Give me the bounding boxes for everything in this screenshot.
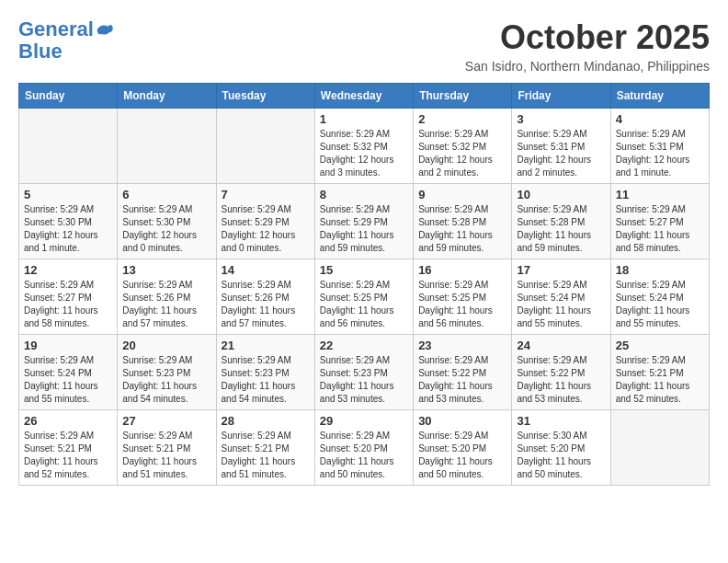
calendar-day-cell: 10Sunrise: 5:29 AMSunset: 5:28 PMDayligh… — [512, 184, 610, 259]
weekday-header-cell: Tuesday — [216, 84, 314, 109]
day-number: 14 — [222, 263, 310, 277]
day-info: Sunrise: 5:29 AMSunset: 5:27 PMDaylight:… — [24, 279, 112, 330]
calendar-day-cell: 19Sunrise: 5:29 AMSunset: 5:24 PMDayligh… — [19, 335, 118, 410]
day-number: 28 — [222, 414, 310, 428]
day-number: 25 — [616, 339, 704, 352]
day-info: Sunrise: 5:29 AMSunset: 5:23 PMDaylight:… — [320, 354, 408, 406]
day-number: 22 — [320, 339, 408, 352]
day-number: 17 — [517, 263, 605, 277]
weekday-header-cell: Friday — [512, 84, 610, 109]
calendar-day-cell — [216, 109, 314, 184]
calendar-week-row: 5Sunrise: 5:29 AMSunset: 5:30 PMDaylight… — [19, 184, 710, 259]
calendar-day-cell: 1Sunrise: 5:29 AMSunset: 5:32 PMDaylight… — [314, 109, 413, 184]
day-number: 29 — [320, 414, 408, 428]
day-info: Sunrise: 5:29 AMSunset: 5:24 PMDaylight:… — [24, 354, 112, 406]
day-number: 18 — [616, 263, 704, 277]
day-info: Sunrise: 5:29 AMSunset: 5:28 PMDaylight:… — [418, 203, 506, 255]
logo-line1: General — [18, 17, 94, 40]
calendar-day-cell: 7Sunrise: 5:29 AMSunset: 5:29 PMDaylight… — [216, 184, 314, 259]
calendar-day-cell: 17Sunrise: 5:29 AMSunset: 5:24 PMDayligh… — [512, 259, 610, 335]
day-number: 2 — [418, 112, 506, 126]
calendar-day-cell: 30Sunrise: 5:29 AMSunset: 5:20 PMDayligh… — [414, 410, 512, 486]
calendar-day-cell: 16Sunrise: 5:29 AMSunset: 5:25 PMDayligh… — [414, 259, 512, 335]
weekday-header-cell: Sunday — [19, 84, 118, 109]
calendar-day-cell: 13Sunrise: 5:29 AMSunset: 5:26 PMDayligh… — [118, 259, 216, 335]
weekday-header-cell: Saturday — [610, 84, 709, 109]
title-section: October 2025 San Isidro, Northern Mindan… — [465, 18, 710, 74]
day-number: 6 — [122, 188, 210, 201]
day-info: Sunrise: 5:29 AMSunset: 5:28 PMDaylight:… — [517, 203, 605, 255]
day-info: Sunrise: 5:29 AMSunset: 5:21 PMDaylight:… — [24, 430, 112, 481]
calendar-day-cell: 22Sunrise: 5:29 AMSunset: 5:23 PMDayligh… — [314, 335, 413, 410]
calendar-day-cell: 23Sunrise: 5:29 AMSunset: 5:22 PMDayligh… — [414, 335, 512, 410]
calendar-day-cell: 9Sunrise: 5:29 AMSunset: 5:28 PMDaylight… — [414, 184, 512, 259]
day-info: Sunrise: 5:29 AMSunset: 5:32 PMDaylight:… — [418, 128, 506, 179]
day-info: Sunrise: 5:29 AMSunset: 5:29 PMDaylight:… — [320, 203, 408, 255]
day-number: 16 — [418, 263, 506, 277]
day-number: 13 — [122, 263, 210, 277]
day-number: 20 — [122, 339, 210, 352]
calendar-day-cell: 5Sunrise: 5:29 AMSunset: 5:30 PMDaylight… — [19, 184, 118, 259]
logo: General Blue — [18, 18, 114, 63]
day-info: Sunrise: 5:29 AMSunset: 5:24 PMDaylight:… — [517, 279, 605, 330]
day-number: 15 — [320, 263, 408, 277]
day-info: Sunrise: 5:29 AMSunset: 5:29 PMDaylight:… — [222, 203, 310, 255]
day-info: Sunrise: 5:29 AMSunset: 5:26 PMDaylight:… — [222, 279, 310, 330]
calendar-body: 1Sunrise: 5:29 AMSunset: 5:32 PMDaylight… — [19, 109, 710, 486]
day-info: Sunrise: 5:29 AMSunset: 5:30 PMDaylight:… — [122, 203, 210, 255]
calendar-day-cell: 25Sunrise: 5:29 AMSunset: 5:21 PMDayligh… — [610, 335, 709, 410]
day-info: Sunrise: 5:29 AMSunset: 5:25 PMDaylight:… — [320, 279, 408, 330]
calendar-day-cell: 2Sunrise: 5:29 AMSunset: 5:32 PMDaylight… — [414, 109, 512, 184]
calendar-day-cell: 8Sunrise: 5:29 AMSunset: 5:29 PMDaylight… — [314, 184, 413, 259]
day-info: Sunrise: 5:29 AMSunset: 5:31 PMDaylight:… — [517, 128, 605, 179]
calendar-day-cell: 11Sunrise: 5:29 AMSunset: 5:27 PMDayligh… — [610, 184, 709, 259]
day-info: Sunrise: 5:30 AMSunset: 5:20 PMDaylight:… — [517, 430, 605, 481]
day-number: 4 — [616, 112, 704, 126]
day-number: 8 — [320, 188, 408, 201]
calendar-day-cell: 21Sunrise: 5:29 AMSunset: 5:23 PMDayligh… — [216, 335, 314, 410]
calendar-day-cell: 24Sunrise: 5:29 AMSunset: 5:22 PMDayligh… — [512, 335, 610, 410]
day-info: Sunrise: 5:29 AMSunset: 5:21 PMDaylight:… — [616, 354, 704, 406]
day-number: 3 — [517, 112, 605, 126]
calendar-week-row: 26Sunrise: 5:29 AMSunset: 5:21 PMDayligh… — [19, 410, 710, 486]
day-number: 1 — [320, 112, 408, 126]
calendar-table: SundayMondayTuesdayWednesdayThursdayFrid… — [18, 83, 710, 486]
day-info: Sunrise: 5:29 AMSunset: 5:25 PMDaylight:… — [418, 279, 506, 330]
day-number: 10 — [517, 188, 605, 201]
day-number: 5 — [24, 188, 112, 201]
day-number: 31 — [517, 414, 605, 428]
calendar-day-cell: 4Sunrise: 5:29 AMSunset: 5:31 PMDaylight… — [610, 109, 709, 184]
page-header: General Blue October 2025 San Isidro, No… — [18, 18, 710, 74]
calendar-day-cell: 18Sunrise: 5:29 AMSunset: 5:24 PMDayligh… — [610, 259, 709, 335]
day-info: Sunrise: 5:29 AMSunset: 5:20 PMDaylight:… — [320, 430, 408, 481]
calendar-day-cell: 26Sunrise: 5:29 AMSunset: 5:21 PMDayligh… — [19, 410, 118, 486]
day-number: 30 — [418, 414, 506, 428]
day-info: Sunrise: 5:29 AMSunset: 5:20 PMDaylight:… — [418, 430, 506, 481]
calendar-day-cell: 15Sunrise: 5:29 AMSunset: 5:25 PMDayligh… — [314, 259, 413, 335]
day-number: 23 — [418, 339, 506, 352]
day-number: 7 — [222, 188, 310, 201]
calendar-day-cell: 31Sunrise: 5:30 AMSunset: 5:20 PMDayligh… — [512, 410, 610, 486]
day-info: Sunrise: 5:29 AMSunset: 5:30 PMDaylight:… — [24, 203, 112, 255]
calendar-day-cell: 6Sunrise: 5:29 AMSunset: 5:30 PMDaylight… — [118, 184, 216, 259]
day-info: Sunrise: 5:29 AMSunset: 5:21 PMDaylight:… — [222, 430, 310, 481]
day-info: Sunrise: 5:29 AMSunset: 5:24 PMDaylight:… — [616, 279, 704, 330]
day-info: Sunrise: 5:29 AMSunset: 5:23 PMDaylight:… — [222, 354, 310, 406]
weekday-header-row: SundayMondayTuesdayWednesdayThursdayFrid… — [19, 84, 710, 109]
day-info: Sunrise: 5:29 AMSunset: 5:26 PMDaylight:… — [122, 279, 210, 330]
location-title: San Isidro, Northern Mindanao, Philippin… — [465, 59, 710, 74]
day-info: Sunrise: 5:29 AMSunset: 5:27 PMDaylight:… — [616, 203, 704, 255]
calendar-day-cell: 28Sunrise: 5:29 AMSunset: 5:21 PMDayligh… — [216, 410, 314, 486]
calendar-day-cell: 3Sunrise: 5:29 AMSunset: 5:31 PMDaylight… — [512, 109, 610, 184]
day-info: Sunrise: 5:29 AMSunset: 5:22 PMDaylight:… — [517, 354, 605, 406]
day-info: Sunrise: 5:29 AMSunset: 5:21 PMDaylight:… — [122, 430, 210, 481]
day-number: 11 — [616, 188, 704, 201]
day-info: Sunrise: 5:29 AMSunset: 5:31 PMDaylight:… — [616, 128, 704, 179]
day-number: 12 — [24, 263, 112, 277]
calendar-day-cell — [118, 109, 216, 184]
calendar-day-cell: 29Sunrise: 5:29 AMSunset: 5:20 PMDayligh… — [314, 410, 413, 486]
month-title: October 2025 — [465, 18, 710, 57]
calendar-day-cell: 20Sunrise: 5:29 AMSunset: 5:23 PMDayligh… — [118, 335, 216, 410]
calendar-day-cell: 14Sunrise: 5:29 AMSunset: 5:26 PMDayligh… — [216, 259, 314, 335]
day-number: 19 — [24, 339, 112, 352]
